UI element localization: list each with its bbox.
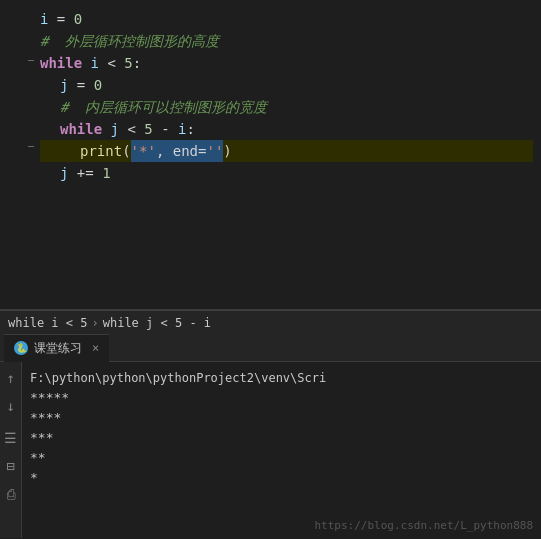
terminal-with-sidebar: ↑ ↓ ☰ ⊟ ⎙ F:\python\python\pythonProject…: [0, 362, 541, 538]
fold-indicator-1[interactable]: –: [24, 52, 38, 68]
terminal-area: 🐍 课堂练习 × ↑ ↓ ☰ ⊟ ⎙ F:\python\python\pyth…: [0, 334, 541, 538]
python-icon: 🐍: [14, 341, 28, 355]
output-line-1: *****: [30, 388, 533, 408]
breadcrumb-part2: while j < 5 - i: [103, 316, 211, 330]
watermark: https://blog.csdn.net/L_python888: [314, 519, 533, 532]
scroll-down-button[interactable]: ↓: [1, 396, 21, 416]
code-lines: i = 0 # 外层循环控制图形的高度 while i < 5: j = 0 #…: [40, 8, 541, 309]
terminal-tabs: 🐍 课堂练习 ×: [0, 334, 541, 362]
output-line-3: ***: [30, 428, 533, 448]
list-view-button[interactable]: ☰: [1, 428, 21, 448]
terminal-content: F:\python\python\pythonProject2\venv\Scr…: [22, 362, 541, 538]
code-line-5: # 内层循环可以控制图形的宽度: [40, 96, 533, 118]
code-line-8: j += 1: [40, 162, 533, 184]
terminal-path: F:\python\python\pythonProject2\venv\Scr…: [30, 368, 533, 388]
output-line-2: ****: [30, 408, 533, 428]
terminal-sidebar: ↑ ↓ ☰ ⊟ ⎙: [0, 362, 22, 538]
code-line-4: j = 0: [40, 74, 533, 96]
terminal-tab-close[interactable]: ×: [92, 341, 99, 355]
code-line-3: while i < 5:: [40, 52, 533, 74]
fold-indicator-2[interactable]: –: [24, 138, 38, 154]
code-line-7: print('*', end=''): [40, 140, 533, 162]
terminal-tab-label: 课堂练习: [34, 340, 82, 357]
code-line-1: i = 0: [40, 8, 533, 30]
align-button[interactable]: ⊟: [1, 456, 21, 476]
output-line-5: *: [30, 468, 533, 488]
breadcrumb-part1: while i < 5: [8, 316, 87, 330]
output-line-4: **: [30, 448, 533, 468]
print-button[interactable]: ⎙: [1, 484, 21, 504]
terminal-tab-main[interactable]: 🐍 课堂练习 ×: [4, 334, 109, 362]
breadcrumb: while i < 5 › while j < 5 - i: [0, 310, 541, 334]
editor-area: – – i = 0 # 外层循环控制图形的高度 while i < 5: j =…: [0, 0, 541, 310]
line-gutter: – –: [0, 8, 40, 309]
code-line-2: # 外层循环控制图形的高度: [40, 30, 533, 52]
scroll-up-button[interactable]: ↑: [1, 368, 21, 388]
breadcrumb-separator: ›: [91, 316, 98, 330]
code-line-6: while j < 5 - i:: [40, 118, 533, 140]
